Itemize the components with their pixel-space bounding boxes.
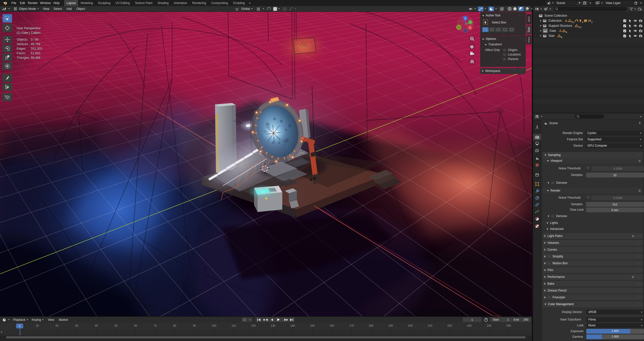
svg-text:Y: Y bbox=[470, 21, 471, 24]
svg-text:Z: Z bbox=[465, 17, 466, 20]
svg-text:X: X bbox=[469, 27, 471, 29]
